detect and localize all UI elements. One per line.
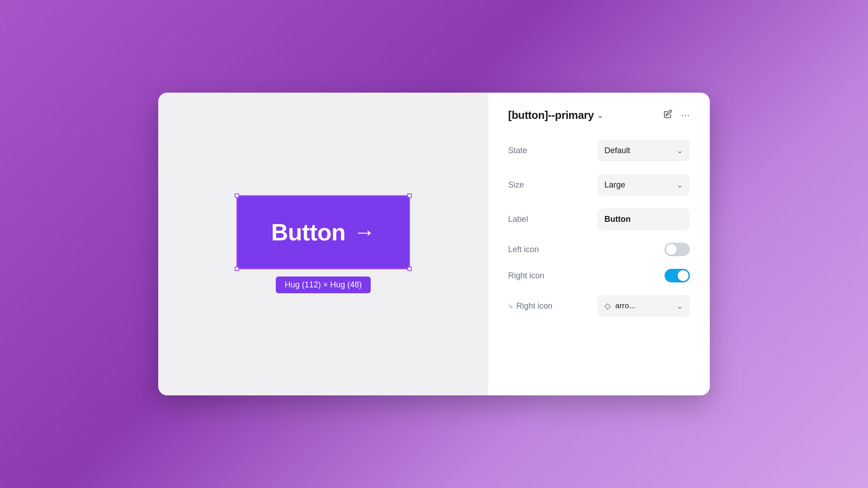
right-icon-sub-dropdown[interactable]: ◇ arro... ⌄ bbox=[597, 295, 690, 317]
handle-bottom-left[interactable] bbox=[235, 267, 239, 271]
right-icon-sub-label: ↳ Right icon bbox=[508, 301, 552, 311]
panel-title: [button]--primary bbox=[508, 109, 594, 122]
indent-arrow-icon: ↳ bbox=[508, 302, 514, 310]
canvas-button-arrow: → bbox=[354, 220, 375, 244]
size-label: Size bbox=[508, 180, 524, 190]
icon-dropdown-chevron-icon: ⌄ bbox=[677, 302, 683, 310]
left-icon-toggle-thumb bbox=[666, 244, 677, 255]
diamond-icon: ◇ bbox=[604, 301, 611, 311]
handle-top-right[interactable] bbox=[407, 193, 412, 198]
canvas-button-label: Button bbox=[271, 219, 345, 246]
property-row-state: State Default ⌄ bbox=[508, 140, 690, 161]
canvas-panel: Button → Hug (112) × Hug (48) bbox=[158, 93, 488, 395]
handle-bottom-right[interactable] bbox=[407, 267, 412, 271]
property-row-right-icon: Right icon bbox=[508, 269, 690, 282]
left-icon-label: Left icon bbox=[508, 245, 539, 254]
canvas-button-wrapper: Button → Hug (112) × Hug (48) bbox=[236, 195, 410, 293]
left-icon-toggle[interactable] bbox=[665, 243, 690, 256]
main-card: Button → Hug (112) × Hug (48) [button]--… bbox=[158, 93, 710, 395]
size-dropdown[interactable]: Large ⌄ bbox=[597, 174, 690, 196]
size-dropdown-chevron-icon: ⌄ bbox=[677, 181, 683, 189]
title-chevron-icon[interactable]: ⌄ bbox=[597, 110, 604, 120]
icon-dropdown-value: arro... bbox=[615, 301, 635, 310]
panel-actions: ⋯ bbox=[663, 109, 690, 122]
property-row-left-icon: Left icon bbox=[508, 243, 690, 256]
canvas-button[interactable]: Button → bbox=[237, 196, 409, 268]
state-dropdown-chevron-icon: ⌄ bbox=[677, 146, 683, 155]
edit-icon[interactable] bbox=[663, 109, 673, 122]
property-row-label: Label Button bbox=[508, 208, 690, 230]
size-badge: Hug (112) × Hug (48) bbox=[276, 277, 371, 293]
right-icon-toggle[interactable] bbox=[665, 269, 690, 282]
state-label: State bbox=[508, 146, 527, 155]
selection-box: Button → bbox=[236, 195, 410, 269]
label-input[interactable]: Button bbox=[597, 208, 690, 230]
right-icon-label: Right icon bbox=[508, 271, 544, 281]
panel-header: [button]--primary ⌄ ⋯ bbox=[508, 109, 690, 122]
right-icon-toggle-thumb bbox=[678, 270, 689, 281]
properties-panel: [button]--primary ⌄ ⋯ State Default ⌄ bbox=[488, 93, 710, 395]
state-dropdown[interactable]: Default ⌄ bbox=[597, 140, 690, 161]
icon-dropdown-left: ◇ arro... bbox=[604, 301, 635, 311]
label-input-value: Button bbox=[604, 215, 631, 224]
more-options-icon[interactable]: ⋯ bbox=[681, 110, 690, 121]
property-row-right-icon-sub: ↳ Right icon ◇ arro... ⌄ bbox=[508, 295, 690, 317]
state-dropdown-value: Default bbox=[604, 146, 630, 155]
size-dropdown-value: Large bbox=[604, 180, 625, 190]
panel-title-group: [button]--primary ⌄ bbox=[508, 109, 604, 122]
handle-top-left[interactable] bbox=[235, 193, 239, 198]
label-label: Label bbox=[508, 215, 528, 224]
property-row-size: Size Large ⌄ bbox=[508, 174, 690, 196]
